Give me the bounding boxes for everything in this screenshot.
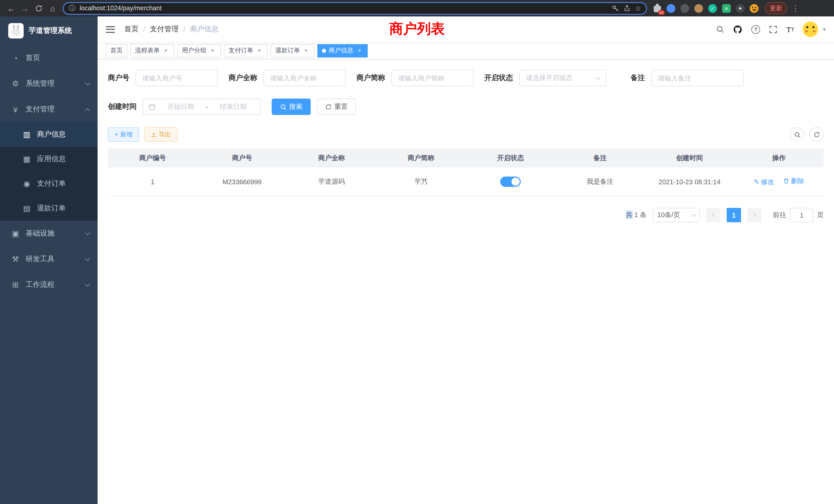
browser-update-button[interactable]: 更新	[765, 2, 787, 14]
breadcrumb-home[interactable]: 首页	[124, 25, 139, 34]
tab-pay-order[interactable]: 支付订单 ×	[224, 44, 267, 57]
extension-avatar-icon[interactable]	[694, 4, 703, 13]
sidebar-item-label: 工作流程	[26, 280, 54, 290]
tab-user-group[interactable]: 用户分组 ×	[177, 44, 221, 57]
avatar-caret-icon[interactable]: ▾	[823, 26, 826, 32]
sidebar-item-workflow[interactable]: ⊞ 工作流程	[0, 272, 97, 298]
next-page-button[interactable]	[747, 208, 762, 222]
sidebar-item-pay-order[interactable]: ◉ 支付订单	[0, 171, 97, 196]
tab-close-icon[interactable]: ×	[303, 47, 310, 54]
date-range-picker[interactable]: 开始日期 - 结束日期	[143, 98, 261, 115]
sidebar-item-home[interactable]: ◔ 首页	[0, 45, 97, 71]
extension-emoji-icon[interactable]	[750, 4, 759, 13]
sidebar-item-label: 支付订单	[37, 179, 66, 188]
extension-blue-icon[interactable]	[666, 4, 675, 13]
delete-link[interactable]: 删除	[783, 177, 804, 186]
show-search-icon[interactable]	[790, 127, 804, 142]
bookmark-star-icon[interactable]: ☆	[635, 4, 641, 12]
sidebar-item-payment[interactable]: ¥ 支付管理	[0, 96, 97, 122]
sidebar-item-label: 应用信息	[37, 155, 66, 164]
font-size-icon[interactable]: TT	[786, 25, 794, 33]
help-icon[interactable]: ?	[751, 25, 760, 33]
plus-icon: +	[114, 131, 118, 138]
site-info-icon[interactable]: ⓘ	[69, 4, 75, 13]
filter-merchant-no: 商户号	[108, 70, 218, 86]
remark-input[interactable]	[651, 70, 744, 86]
app-title: 芋道管理系统	[29, 26, 72, 36]
search-button[interactable]: 搜索	[272, 98, 311, 115]
browser-home-icon[interactable]: ⌂	[46, 2, 60, 15]
goto-page-input[interactable]	[790, 208, 813, 222]
breadcrumb-payment[interactable]: 支付管理	[150, 25, 179, 34]
sidebar-item-merchant-info[interactable]: ▥ 商户信息	[0, 122, 97, 147]
tab-home[interactable]: 首页	[106, 44, 127, 57]
filter-create-time: 创建时间 开始日期 - 结束日期	[108, 98, 261, 115]
col-header: 备注	[555, 153, 645, 162]
select-placeholder: 请选择开启状态	[526, 73, 573, 83]
add-button[interactable]: + 新增	[108, 127, 139, 142]
filter-label: 开启状态	[484, 73, 513, 83]
sidebar-item-refund-order[interactable]: ▤ 退款订单	[0, 196, 97, 221]
browser-back-icon[interactable]: ←	[4, 2, 18, 15]
tab-process-form[interactable]: 流程表单 ×	[130, 44, 174, 57]
export-button[interactable]: 导出	[144, 127, 178, 142]
address-bar[interactable]: ⓘ localhost:1024/pay/merchant ☆	[63, 2, 647, 15]
browser-forward-icon[interactable]: →	[18, 2, 32, 15]
extension-icons: 10 ✓ ≡ ✦	[653, 4, 759, 13]
browser-reload-icon[interactable]	[32, 2, 46, 15]
extension-pinwheel-icon[interactable]: ✦	[736, 4, 745, 13]
end-date-placeholder[interactable]: 结束日期	[211, 102, 255, 111]
page-size-select[interactable]: 10条/页	[653, 208, 700, 222]
prev-page-button[interactable]	[706, 208, 721, 222]
status-select[interactable]: 请选择开启状态	[519, 70, 607, 86]
share-icon[interactable]	[624, 5, 631, 12]
chevron-down-icon	[85, 256, 90, 261]
reset-button[interactable]: 重置	[317, 98, 356, 115]
extensions-puzzle-icon[interactable]: 10	[653, 4, 661, 13]
refresh-icon[interactable]	[809, 127, 824, 142]
breadcrumb-current: 商户信息	[190, 25, 219, 34]
hamburger-icon[interactable]	[106, 26, 115, 32]
fullscreen-icon[interactable]	[769, 25, 777, 33]
extension-dark-circle-icon[interactable]	[680, 4, 689, 13]
yen-icon: ¥	[10, 105, 21, 114]
github-icon[interactable]	[733, 24, 743, 34]
sidebar-item-devtools[interactable]: ⚒ 研发工具	[0, 246, 97, 272]
start-date-placeholder[interactable]: 开始日期	[159, 102, 203, 111]
chevron-up-icon	[85, 108, 90, 113]
sidebar-item-app-info[interactable]: ▦ 应用信息	[0, 147, 97, 171]
tab-merchant-info[interactable]: 商户信息 ×	[317, 44, 368, 57]
sidebar-item-label: 退款订单	[37, 204, 66, 213]
browser-menu-icon[interactable]: ⋮	[791, 4, 799, 13]
tab-close-icon[interactable]: ×	[256, 47, 263, 54]
tab-refund-order[interactable]: 退款订单 ×	[271, 44, 314, 57]
tab-close-icon[interactable]: ×	[209, 47, 216, 54]
sidebar-menu: ◔ 首页 ⚙ 系统管理 ¥ 支付管理 ▥ 商户信息 ▦ 应用信息	[0, 45, 97, 298]
password-key-icon[interactable]	[612, 4, 620, 12]
status-toggle[interactable]	[500, 177, 521, 187]
app-logo-row[interactable]: 芋道管理系统	[0, 17, 97, 45]
annotation-title: 商户列表	[389, 20, 445, 38]
extension-green-notes-icon[interactable]: ≡	[722, 4, 731, 13]
filter-status: 开启状态 请选择开启状态	[484, 70, 607, 86]
avatar[interactable]	[803, 22, 818, 37]
search-icon[interactable]	[716, 25, 724, 33]
tab-close-icon[interactable]: ×	[162, 47, 170, 54]
full-name-input[interactable]	[263, 70, 346, 86]
grid-icon: ▦	[22, 155, 32, 164]
page-1-button[interactable]: 1	[727, 208, 741, 222]
col-header: 商户号	[197, 153, 287, 162]
extension-green-check-icon[interactable]: ✓	[708, 4, 717, 13]
filter-label: 商户全称	[228, 73, 257, 83]
cell-remark: 我是备注	[555, 177, 645, 186]
tab-close-icon[interactable]: ×	[356, 47, 363, 54]
filter-label: 创建时间	[108, 102, 137, 111]
sidebar-item-infra[interactable]: ▣ 基础设施	[0, 221, 97, 246]
sidebar-item-system[interactable]: ⚙ 系统管理	[0, 71, 97, 96]
target-icon: ◉	[22, 179, 32, 188]
trash-icon	[783, 178, 789, 184]
merchant-no-input[interactable]	[136, 70, 218, 86]
edit-link[interactable]: ✎ 修改	[754, 178, 774, 187]
short-name-input[interactable]	[391, 70, 474, 86]
url-text[interactable]: localhost:1024/pay/merchant	[80, 5, 608, 12]
